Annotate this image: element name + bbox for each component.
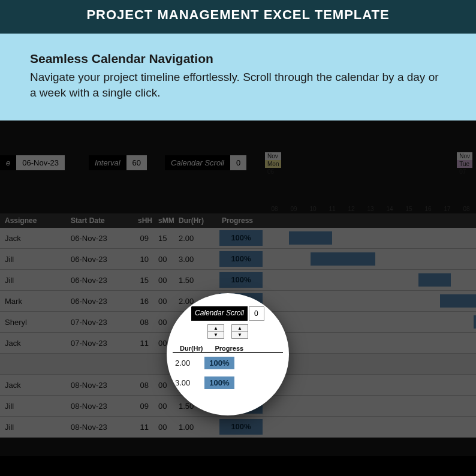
timeline-daynum-1: 06 — [265, 168, 281, 176]
hour-tick: 13 — [361, 206, 380, 212]
cell-hh: 16 — [133, 297, 153, 306]
gantt-bar — [311, 252, 375, 266]
hour-tick: 16 — [418, 206, 438, 212]
hero-section: Seamless Calendar Navigation Navigate yo… — [0, 36, 476, 120]
table-header: Assignee Start Date sHH sMM Dur(Hr) Prog… — [0, 213, 476, 228]
cell-hh: 09 — [133, 402, 153, 411]
cell-progress: 100% — [219, 272, 263, 288]
hour-ticks: 0809101112131415161708 — [265, 206, 476, 212]
cell-hh: 10 — [133, 255, 153, 264]
col-start-date: Start Date — [66, 213, 133, 228]
cell-assignee: Jack — [0, 234, 66, 243]
timeline-day-1: Mon — [265, 160, 281, 168]
cell-dur: 1.50 — [174, 276, 217, 285]
cell-date: 08-Nov-23 — [66, 402, 133, 411]
cell-date: 06-Nov-23 — [66, 297, 133, 306]
cell-assignee: Jack — [0, 339, 66, 348]
cell-date: 07-Nov-23 — [66, 318, 133, 327]
cell-hh: 09 — [133, 234, 153, 243]
cell-mm: 00 — [153, 297, 174, 306]
control-bar: e 06-Nov-23 Interval 60 Calendar Scroll … — [0, 153, 476, 171]
hour-tick: 08 — [457, 206, 476, 212]
timeline-month-1: Nov — [265, 152, 281, 160]
interval-value[interactable]: 60 — [126, 155, 147, 170]
cell-mm: 00 — [153, 318, 174, 327]
day-spinner[interactable]: ▲ ▼ — [207, 324, 224, 339]
cell-progress: 100% — [219, 419, 263, 435]
cell-assignee: Jill — [0, 255, 66, 264]
timeline-daynum-2: 07 — [457, 168, 472, 176]
table-row: Jill 06-Nov-23 10 00 3.00 100% — [0, 249, 476, 270]
cell-dur: 3.00 — [174, 255, 217, 264]
cell-hh: 15 — [133, 276, 153, 285]
calendar-scroll-value[interactable]: 0 — [230, 155, 246, 170]
cell-hh: 11 — [133, 423, 153, 432]
cell-dur: 2.00 — [174, 234, 217, 243]
cell-assignee: Jack — [0, 381, 66, 390]
cell-assignee: Sheryl — [0, 318, 66, 327]
hour-tick: 14 — [380, 206, 399, 212]
table-row: Jack 06-Nov-23 09 15 2.00 100% — [0, 228, 476, 249]
table-row: Jill 08-Nov-23 11 00 1.00 100% — [0, 417, 476, 438]
spreadsheet-preview: e 06-Nov-23 Interval 60 Calendar Scroll … — [0, 120, 476, 456]
col-assignee: Assignee — [0, 213, 66, 228]
timeline-day-2: Tue — [457, 160, 472, 168]
cell-assignee: Mark — [0, 297, 66, 306]
cell-progress: 100% — [219, 251, 263, 267]
hour-tick: 17 — [438, 206, 457, 212]
spot-row1-prog: 100% — [204, 357, 234, 369]
gantt-bar — [418, 273, 451, 287]
spot-scroll-value[interactable]: 0 — [249, 306, 264, 321]
cell-mm: 00 — [153, 276, 174, 285]
gantt-bar — [474, 315, 476, 329]
hero-title: Seamless Calendar Navigation — [30, 52, 446, 66]
hour-tick: 09 — [284, 206, 303, 212]
calendar-scroll-label: Calendar Scroll — [165, 155, 230, 170]
cell-mm: 15 — [153, 234, 174, 243]
date-value[interactable]: 06-Nov-23 — [16, 155, 65, 170]
timeline-month-2: Nov — [457, 152, 472, 160]
date-label: e — [0, 155, 16, 170]
col-duration: Dur(Hr) — [174, 213, 217, 228]
gantt-bar — [289, 231, 332, 245]
interval-label: Interval — [89, 155, 126, 170]
cell-dur: 1.00 — [174, 423, 217, 432]
spot-row2-dur: 3.00 — [175, 378, 190, 387]
hour-tick: 11 — [323, 206, 342, 212]
page-banner: PROJECT MANAGEMENT EXCEL TEMPLATE — [0, 0, 476, 36]
spinner-up-icon[interactable]: ▲ — [232, 325, 248, 332]
cell-progress: 100% — [219, 230, 263, 246]
cell-hh: 11 — [133, 339, 153, 348]
spot-row1-dur: 2.00 — [175, 358, 190, 367]
cell-date: 06-Nov-23 — [66, 255, 133, 264]
cell-hh: 08 — [133, 381, 153, 390]
cell-date: 06-Nov-23 — [66, 234, 133, 243]
spot-dur-header: Dur(Hr) — [180, 345, 203, 352]
spotlight-circle: Calendar Scroll 0 ▲ ▼ ▲ ▼ Dur(Hr) Progre… — [168, 294, 288, 414]
hero-body: Navigate your project timeline effortles… — [30, 70, 446, 100]
spot-scroll-label: Calendar Scroll — [191, 306, 248, 321]
cell-hh: 08 — [133, 318, 153, 327]
cell-assignee: Jill — [0, 423, 66, 432]
spinner-down-icon[interactable]: ▼ — [208, 332, 224, 338]
hour-tick: 15 — [399, 206, 418, 212]
hour-tick: 12 — [342, 206, 361, 212]
spinner-up-icon[interactable]: ▲ — [208, 325, 224, 332]
cell-mm: 00 — [153, 402, 174, 411]
hour-tick: 10 — [303, 206, 323, 212]
cell-mm: 00 — [153, 423, 174, 432]
cell-assignee: Jill — [0, 402, 66, 411]
hour-tick: 08 — [265, 206, 284, 212]
week-spinner[interactable]: ▲ ▼ — [231, 324, 248, 339]
cell-assignee: Jill — [0, 276, 66, 285]
cell-date: 08-Nov-23 — [66, 423, 133, 432]
col-shh: sHH — [133, 213, 153, 228]
cell-mm: 00 — [153, 381, 174, 390]
cell-date: 06-Nov-23 — [66, 276, 133, 285]
cell-date: 08-Nov-23 — [66, 381, 133, 390]
spot-prog-header: Progress — [215, 345, 244, 352]
spinner-down-icon[interactable]: ▼ — [232, 332, 248, 338]
table-row: Jill 06-Nov-23 15 00 1.50 100% — [0, 270, 476, 291]
col-smm: sMM — [153, 213, 174, 228]
spot-row2-prog: 100% — [204, 376, 234, 389]
